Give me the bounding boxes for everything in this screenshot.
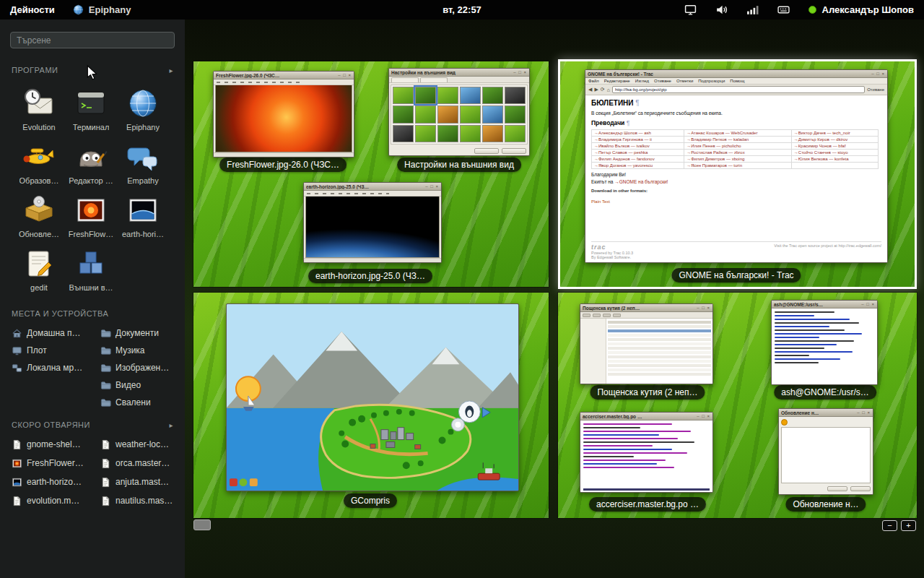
app-menu-label: Epiphany (89, 4, 131, 15)
menu-go[interactable]: Отиване (654, 79, 671, 83)
display-icon[interactable] (684, 4, 697, 16)
translators-table: →Александър Шопов — ash →Атанас Кошаров … (591, 129, 879, 169)
window-trac-browser[interactable]: GNOME на български! - Trac – □ × Файл Ре… (585, 69, 888, 263)
recent-header: СКОРО ОТВАРЯНИ ▸ (12, 420, 173, 429)
home-icon[interactable]: ⌂ (607, 87, 610, 92)
place-item-pictures[interactable]: Изображен… (100, 361, 185, 374)
place-item-documents[interactable]: Документи (100, 327, 185, 340)
home-icon (12, 328, 22, 339)
place-label: Изображен… (116, 363, 169, 373)
add-workspace-button[interactable]: + (901, 520, 916, 531)
programs-expand-icon[interactable]: ▸ (169, 66, 173, 74)
plaintext-link: Plain Text (591, 199, 610, 204)
translator-cell: →Ростислав Райков — zbrox (684, 150, 792, 156)
workspace-controls: − + (882, 520, 916, 531)
trac-logo: trac (591, 243, 633, 251)
volume-icon[interactable] (715, 4, 728, 16)
place-item-videos[interactable]: Видео (100, 379, 185, 392)
recent-expand-icon[interactable]: ▸ (169, 421, 173, 429)
window-titlebar: Обновление н… – □ × (779, 409, 873, 417)
workspace-pager-indicator[interactable] (193, 519, 211, 530)
recent-item-orca[interactable]: orca.master… (100, 457, 185, 470)
folder-icon (100, 397, 111, 408)
place-item-music[interactable]: Музика (100, 344, 185, 357)
app-item-evolution[interactable]: Evolution (13, 86, 65, 131)
menu-bookmarks[interactable]: Отметки (676, 79, 693, 83)
window-terminal[interactable]: ash@GNOME:/usr/s… – □ × (771, 300, 878, 385)
window-earth-horizon[interactable]: earth-horizon.jpg-25.0 (ЧЗ… – □ × (303, 182, 442, 263)
app-item-gedit[interactable]: gedit (13, 246, 65, 292)
place-item-downloads[interactable]: Свалени (100, 396, 185, 409)
go-button[interactable]: Отиване (867, 87, 884, 92)
clock[interactable]: вт, 22:57 (443, 4, 481, 15)
window-mailbox[interactable]: Пощенска кутия (2 неп… – □ × (580, 303, 713, 384)
keyboard-icon[interactable] (777, 4, 790, 16)
recent-item-freshflower[interactable]: FreshFlower… (12, 457, 96, 470)
window-title: ash@GNOME:/usr/s… (774, 302, 859, 307)
software-update-icon (22, 193, 56, 228)
search-input[interactable] (10, 32, 175, 48)
mouse-cursor (85, 64, 100, 82)
network-signal-icon[interactable] (746, 4, 759, 16)
workspace-1[interactable]: FreshFlower.jpg-26.0 (ЧЗС… – □ × Настрой… (193, 61, 549, 287)
search-wrap (10, 32, 175, 48)
app-item-gcompris[interactable]: Образов… (13, 139, 65, 185)
flower-image (215, 85, 352, 152)
recent-item-evolution[interactable]: evolution.m… (12, 494, 96, 507)
back-icon[interactable]: ◀ (588, 87, 592, 92)
place-item-desktop[interactable]: Плот (12, 344, 96, 357)
window-freshflower[interactable]: FreshFlower.jpg-26.0 (ЧЗС… – □ × (213, 71, 354, 158)
app-menu[interactable]: Epiphany (65, 4, 139, 16)
app-item-earth-horizon[interactable]: earth-hori… (117, 193, 169, 238)
reload-icon[interactable]: ⟳ (601, 87, 605, 92)
menu-edit[interactable]: Редактиране (604, 79, 630, 83)
app-item-empathy[interactable]: Empathy (117, 139, 169, 185)
menu-file[interactable]: Файл (588, 79, 599, 83)
window-label: GNOME на български! - Trac (671, 268, 801, 282)
window-buttons: – □ × (697, 414, 710, 418)
app-item-external-drives[interactable]: Външни в… (65, 246, 117, 292)
window-title: Настройки на външния вид (391, 70, 511, 75)
intro-paragraph: В секция „Бюлетини“ са периодичните съоб… (591, 111, 881, 116)
workspace-3[interactable]: GCompris (193, 293, 549, 518)
window-appearance-settings[interactable]: Настройки на външния вид – □ × (388, 68, 530, 156)
menu-help[interactable]: Помощ (730, 79, 744, 83)
places-col-2: Документи Музика Изображен… Видео Свален… (100, 327, 185, 409)
window-gcompris[interactable] (226, 303, 519, 491)
remove-workspace-button[interactable]: − (882, 520, 897, 531)
app-item-freshflower[interactable]: FreshFlow… (65, 193, 117, 238)
workspace-2[interactable]: GNOME на български! - Trac – □ × Файл Ре… (558, 59, 917, 289)
user-menu[interactable]: Александър Шопов (808, 4, 914, 15)
place-item-local-network[interactable]: Локална мр… (12, 361, 96, 374)
workspace-4[interactable]: Пощенска кутия (2 неп… – □ × (558, 293, 917, 518)
window-titlebar: GNOME на български! - Trac – □ × (585, 70, 887, 78)
menu-view[interactable]: Изглед (635, 79, 649, 83)
app-item-software-update[interactable]: Обновле… (13, 193, 65, 238)
app-item-gimp[interactable]: Редактор … (65, 139, 117, 185)
recent-item-gnome-shell[interactable]: gnome-shel… (12, 438, 96, 451)
recent-item-anjuta[interactable]: anjuta.mast… (100, 475, 185, 488)
terminal-content-preview (772, 309, 877, 384)
url-field[interactable]: http://fsa-bg.org/project/gtp (612, 86, 865, 93)
flower-photo-icon (74, 193, 108, 228)
activities-button[interactable]: Дейности (0, 0, 65, 20)
web-browser-icon (126, 86, 160, 121)
recent-item-weather[interactable]: weather-loc… (100, 438, 185, 451)
window-title: accerciser.master.bg.po … (583, 414, 694, 419)
tab-strip (389, 77, 529, 83)
translators-heading: Преводачи ¶ (591, 119, 881, 126)
window-titlebar: accerciser.master.bg.po … – □ × (580, 413, 712, 420)
recent-item-earth-horizon[interactable]: earth-horizo… (12, 475, 96, 488)
window-update-manager[interactable]: Обновление н… – □ × (778, 408, 873, 495)
window-po-editor[interactable]: accerciser.master.bg.po … – □ × (580, 412, 713, 493)
place-label: Плот (27, 345, 47, 355)
app-item-terminal[interactable]: Терминал (65, 86, 117, 131)
recent-item-nautilus[interactable]: nautilus.mas… (100, 494, 185, 507)
app-item-epiphany[interactable]: Epiphany (117, 86, 169, 131)
po-file-content-preview (580, 420, 712, 492)
forward-icon[interactable]: ▶ (594, 87, 598, 92)
terminal-icon (74, 86, 108, 121)
text-editor-icon (22, 246, 56, 281)
menu-tabs[interactable]: Подпрозорци (698, 79, 725, 83)
place-item-home[interactable]: Домашна п… (12, 327, 96, 340)
